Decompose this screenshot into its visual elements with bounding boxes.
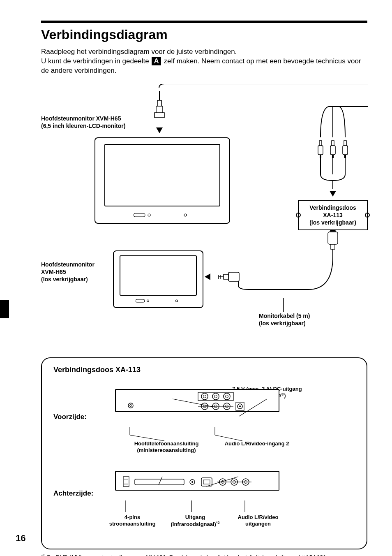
svg-rect-7 [157, 100, 161, 106]
cable-label-l1: Monitorkabel (5 m) [259, 313, 310, 319]
section-a-marker: A [152, 57, 161, 65]
svg-point-62 [191, 481, 193, 483]
connbox-l1: Verbindingsdoos [309, 204, 356, 211]
monitor2-label: Hoofdsteunmonitor XVM-H65 (los verkrijgb… [41, 261, 111, 283]
monitor1-label: Hoofdsteunmonitor XVM-H65 (6,5 inch kleu… [41, 115, 136, 130]
xa113-detail-box: Verbindingsdoos XA-113 Voorzijde: Audio … [41, 357, 367, 549]
svg-point-33 [130, 404, 132, 406]
page-container: Verbindingsdiagram Raadpleeg het verbind… [0, 0, 392, 556]
svg-rect-5 [154, 113, 164, 118]
rear-side-label: Achterzijde: [53, 489, 93, 498]
svg-point-50 [239, 405, 241, 407]
front-panel [115, 389, 279, 412]
svg-rect-57 [123, 477, 129, 486]
fbl-l2: (ministereoaansluiting) [137, 447, 196, 453]
svg-rect-19 [320, 155, 321, 158]
connection-box-xa113: Verbindingsdoos XA-113 (los verkrijgbaar… [298, 200, 368, 231]
rear-bot-3-label: Audio L/R/video uitgangen [229, 514, 287, 528]
monitor2-label-l2: XVM-H65 [41, 269, 66, 275]
svg-rect-17 [318, 146, 323, 155]
monitor2-label-l3: (los verkrijgbaar) [41, 276, 88, 283]
rb3-l1: Audio L/R/video [238, 514, 279, 520]
rb3-l2: uitgangen [245, 521, 271, 527]
monitor1-label-l1: Hoofdsteunmonitor XVM-H65 [41, 115, 121, 122]
svg-point-36 [203, 395, 206, 398]
headrest-monitor-1 [95, 137, 230, 224]
connbox-knob-left [296, 213, 301, 218]
svg-rect-6 [156, 106, 163, 113]
svg-rect-21 [332, 141, 334, 146]
page-title: Verbindingsdiagram [41, 27, 367, 42]
title-rule [41, 21, 367, 23]
front-bot-left-label: Hoofdtelefoonaansluiting (ministereoaans… [123, 440, 210, 454]
svg-point-32 [128, 403, 133, 408]
svg-point-31 [176, 300, 178, 302]
ftr-l2b: ) [284, 392, 286, 398]
svg-rect-20 [330, 146, 335, 155]
footnote-1: *1 De DVD (MV) connector is alleen voor … [41, 553, 367, 556]
svg-rect-26 [134, 213, 145, 217]
rb2-l1: Uitgang [185, 514, 205, 520]
rb1-l1: 4-pins [125, 514, 140, 520]
svg-point-38 [214, 395, 217, 398]
monitor2-screen [120, 255, 197, 296]
svg-point-40 [226, 395, 228, 398]
monitor2-label-l1: Hoofdsteunmonitor [41, 261, 95, 268]
arrow-left-icon [205, 273, 210, 280]
rb2-l2a: (infraroodsignaal) [171, 521, 216, 527]
monitor1-controls [95, 212, 229, 220]
rb2-sup: *2 [216, 521, 220, 525]
arrow-down-icon [330, 191, 336, 197]
intro-line1: Raadpleeg het verbindingsdiagram voor de… [41, 48, 237, 56]
page-number: 16 [16, 533, 25, 544]
connbox-knob-right [365, 213, 370, 218]
front-side-label: Voorzijde: [53, 413, 87, 421]
intro-line2a: U kunt de verbindingen in gedeelte [41, 57, 151, 65]
svg-point-37 [212, 393, 219, 400]
svg-point-30 [147, 300, 149, 302]
svg-point-35 [201, 393, 208, 400]
svg-rect-64 [203, 480, 210, 484]
svg-rect-9 [328, 232, 338, 244]
f1-text: De DVD (MV) connector is alleen voor MV-… [45, 554, 353, 556]
svg-rect-60 [135, 479, 184, 485]
svg-rect-12 [228, 272, 239, 281]
headrest-monitor-2 [113, 250, 203, 308]
detail-box-title: Verbindingsdoos XA-113 [53, 366, 355, 374]
monitor1-label-l2: (6,5 inch kleuren-LCD-monitor) [41, 123, 125, 129]
rear-bot-1-label: 4-pins stroomaansluiting [104, 514, 161, 528]
svg-point-28 [184, 214, 187, 216]
rear-panel [115, 471, 279, 491]
svg-point-27 [148, 214, 150, 216]
cable-label-l2: (los verkrijgbaar) [259, 320, 306, 327]
monitor1-screen [104, 144, 220, 206]
svg-line-56 [215, 435, 242, 441]
svg-rect-24 [344, 141, 346, 146]
intro-paragraph: Raadpleeg het verbindingsdiagram voor de… [41, 47, 367, 76]
svg-rect-29 [136, 299, 145, 302]
rb1-l2: stroomaansluiting [109, 521, 156, 527]
fbl-l1: Hoofdtelefoonaansluiting [134, 440, 199, 447]
svg-rect-23 [343, 146, 348, 155]
svg-rect-22 [332, 155, 334, 158]
svg-rect-25 [344, 155, 346, 158]
arrow-down-icon [156, 127, 163, 133]
rear-bot-2-label: Uitgang (infraroodsignaal)*2 [164, 514, 226, 528]
monitor2-controls [114, 298, 203, 305]
svg-rect-10 [331, 244, 335, 249]
svg-point-39 [224, 393, 230, 400]
svg-rect-18 [319, 141, 322, 146]
front-bot-right-label: Audio L/R/video-ingang 2 [214, 440, 300, 447]
svg-rect-63 [201, 478, 212, 486]
svg-rect-13 [224, 274, 228, 279]
f1-sup: *1 [41, 553, 45, 556]
connbox-l2: XA-113 [323, 212, 342, 218]
connection-diagram: Hoofdsteunmonitor XVM-H65 (6,5 inch kleu… [41, 84, 368, 347]
svg-line-54 [130, 435, 164, 441]
connbox-l3: (los verkrijgbaar) [309, 219, 356, 226]
monitor-cable-label: Monitorkabel (5 m) (los verkrijgbaar) [259, 312, 310, 327]
